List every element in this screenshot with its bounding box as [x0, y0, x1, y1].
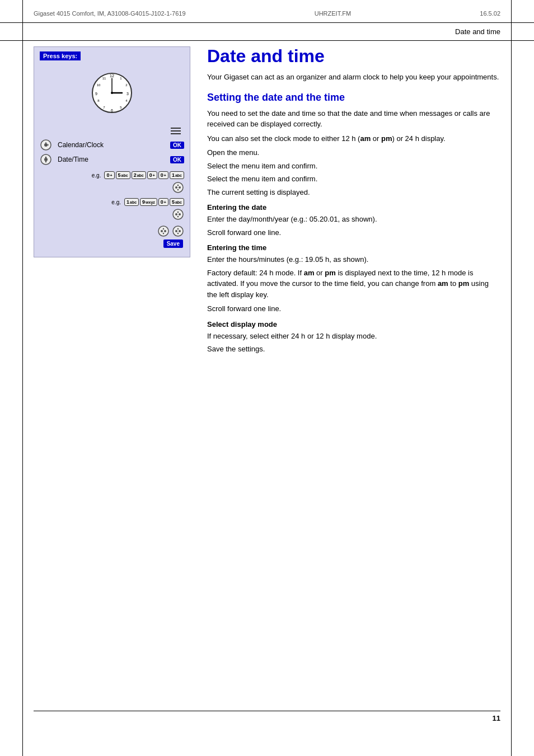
left-margin-line: [22, 0, 23, 756]
bottom-line: [34, 711, 500, 711]
svg-text:9: 9: [95, 92, 97, 96]
right-panel: Date and time Your Gigaset can act as an…: [202, 41, 500, 357]
current-setting-text: The current setting is displayed.: [207, 187, 500, 198]
key-0plus-time: 0+: [158, 198, 168, 206]
calendar-ok-badge: OK: [170, 142, 184, 149]
svg-text:▲: ▲: [177, 183, 180, 186]
select-display-body: If necessary, select either 24 h or 12 h…: [207, 331, 500, 342]
select-display-heading: Select display mode: [207, 320, 500, 328]
setting-body2: You can also set the clock mode to eithe…: [207, 133, 500, 144]
page-number: 11: [493, 714, 500, 722]
clock-illustration: 12 3 6 9 1 2 4 5 7 8 10 11: [90, 71, 134, 115]
select-right-icon: ▲ ▼: [172, 225, 184, 237]
scroll-icon-row-2: ▲ ▼: [40, 208, 184, 220]
select-display-row: ▲ ▼ ▲ ▼: [40, 225, 184, 237]
calendar-clock-label: Calendar/Clock: [55, 141, 167, 149]
scroll-icon-row-1: ▲ ▼: [40, 181, 184, 194]
svg-text:11: 11: [102, 77, 106, 80]
page-main-title: Date and time: [207, 46, 500, 66]
save-settings-text: Save the settings.: [207, 344, 500, 355]
press-keys-box: Press keys: 12 3 6 9 1 2 4 5 7: [34, 46, 190, 257]
right-margin-line: [511, 0, 512, 756]
open-menu-text: Open the menu.: [207, 147, 500, 158]
header-left: Gigaset 4015 Comfort, IM, A31008-G4015-J…: [34, 10, 186, 17]
key-0plus-1: 0+: [104, 171, 114, 179]
entering-date-heading: Entering the date: [207, 203, 500, 212]
header-center: UHRZEIT.FM: [315, 10, 351, 17]
save-badge: Save: [163, 240, 183, 248]
svg-point-15: [111, 92, 113, 94]
time-key-row: e.g. 1abc 9wxyz 0+ 5abc: [40, 198, 184, 206]
svg-text:▼: ▼: [177, 188, 180, 191]
key-9wxyz: 9wxyz: [140, 198, 157, 206]
svg-text:▼: ▼: [162, 232, 165, 235]
date-ok-badge: OK: [170, 156, 184, 163]
key-0plus-3: 0+: [158, 171, 168, 179]
svg-text:▲: ▲: [177, 210, 180, 213]
date-time-row: ▲ ▼ Date/Time OK: [40, 153, 184, 166]
key-1abc-time: 1abc: [124, 198, 139, 206]
date-eg-prefix: e.g.: [92, 172, 101, 179]
select-confirm2-text: Select the menu item and confirm.: [207, 173, 500, 185]
svg-text:▲: ▲: [45, 155, 48, 158]
key-5abc: 5abc: [116, 171, 130, 179]
page-header: Gigaset 4015 Comfort, IM, A31008-G4015-J…: [0, 0, 534, 23]
svg-text:▲: ▲: [177, 227, 180, 230]
svg-text:10: 10: [97, 83, 101, 87]
date-time-label: Date/Time: [55, 156, 167, 163]
entering-date-body: Enter the day/month/year (e.g.: 05.20.01…: [207, 214, 500, 225]
svg-text:6: 6: [111, 109, 113, 112]
svg-text:▼: ▼: [177, 215, 180, 218]
select-left-icon: ▲ ▼: [157, 225, 170, 237]
time-eg-prefix: e.g.: [111, 199, 121, 205]
scroll-forward-text-2: Scroll forward one line.: [207, 303, 500, 314]
setting-section-heading: Setting the date and the time: [207, 92, 500, 104]
key-1abc: 1abc: [170, 171, 184, 179]
left-panel: Press keys: 12 3 6 9 1 2 4 5 7: [34, 41, 202, 357]
date-key-example-row: e.g. 0+ 5abc 2abc 0+ 0+ 1abc: [40, 171, 184, 179]
calendar-clock-row: Calendar/Clock OK: [40, 139, 184, 151]
svg-text:12: 12: [110, 74, 114, 78]
key-0plus-2: 0+: [147, 171, 157, 179]
page-container: Gigaset 4015 Comfort, IM, A31008-G4015-J…: [0, 0, 534, 756]
key-5abc-time: 5abc: [170, 198, 184, 206]
clock-nav-icon: ▲ ▼: [40, 153, 52, 166]
svg-rect-16: [171, 128, 181, 129]
entering-time-body: Enter the hours/minutes (e.g.: 19.05 h, …: [207, 254, 500, 265]
press-keys-label: Press keys:: [40, 51, 81, 60]
svg-text:▲: ▲: [162, 227, 165, 230]
svg-rect-17: [171, 130, 181, 132]
section-title: Date and time: [455, 27, 500, 36]
svg-rect-18: [171, 133, 181, 134]
entering-time-heading: Entering the time: [207, 243, 500, 252]
intro-text: Your Gigaset can act as an organizer and…: [207, 72, 500, 83]
section-title-bar: Date and time: [0, 23, 534, 41]
scroll-forward-text-1: Scroll forward one line.: [207, 227, 500, 238]
menu-icon: [170, 126, 182, 135]
svg-text:3: 3: [127, 92, 129, 96]
header-right: 16.5.02: [480, 10, 500, 17]
scroll-forward-icon-1: ▲ ▼: [172, 181, 184, 194]
calendar-icon: [40, 139, 52, 151]
svg-text:▼: ▼: [45, 160, 48, 163]
factory-default-text: Factory default: 24 h mode. If am or pm …: [207, 267, 500, 300]
svg-text:▼: ▼: [177, 232, 180, 235]
select-confirm-text: Select the menu item and confirm.: [207, 161, 500, 172]
key-2abc: 2abc: [132, 171, 146, 179]
setting-body1: You need to set the date and time so tha…: [207, 108, 500, 130]
clock-area: 12 3 6 9 1 2 4 5 7 8 10 11: [40, 71, 184, 115]
scroll-forward-icon-2: ▲ ▼: [172, 208, 184, 220]
main-content: Press keys: 12 3 6 9 1 2 4 5 7: [0, 41, 534, 357]
